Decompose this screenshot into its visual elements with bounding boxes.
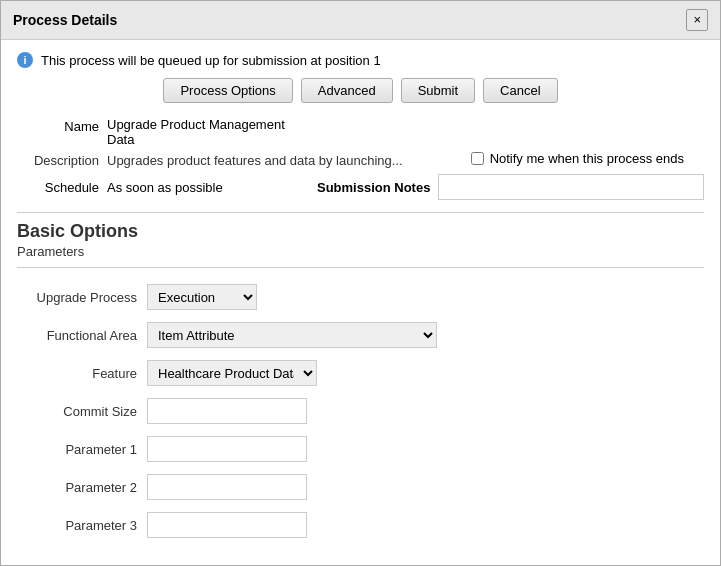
dialog-title: Process Details xyxy=(13,12,117,28)
parameter2-input[interactable] xyxy=(147,474,307,500)
commit-size-label: Commit Size xyxy=(17,404,137,419)
feature-label: Feature xyxy=(17,366,137,381)
schedule-value: As soon as possible xyxy=(107,180,223,195)
parameter2-row: Parameter 2 xyxy=(17,474,704,500)
upgrade-process-row: Upgrade Process Execution xyxy=(17,284,704,310)
cancel-button[interactable]: Cancel xyxy=(483,78,557,103)
submission-notes-input[interactable] xyxy=(438,174,704,200)
functional-area-row: Functional Area Item Attribute xyxy=(17,322,704,348)
schedule-row: Schedule As soon as possible Submission … xyxy=(17,174,704,200)
feature-row: Feature Healthcare Product Data xyxy=(17,360,704,386)
parameters-label: Parameters xyxy=(17,244,704,259)
schedule-label: Schedule xyxy=(17,180,99,195)
functional-area-select[interactable]: Item Attribute xyxy=(147,322,437,348)
parameter2-label: Parameter 2 xyxy=(17,480,137,495)
dialog-header: Process Details × xyxy=(1,1,720,40)
submit-button[interactable]: Submit xyxy=(401,78,475,103)
close-button[interactable]: × xyxy=(686,9,708,31)
parameter3-label: Parameter 3 xyxy=(17,518,137,533)
feature-select[interactable]: Healthcare Product Data xyxy=(147,360,317,386)
process-details-dialog: Process Details × i This process will be… xyxy=(0,0,721,566)
divider2 xyxy=(17,267,704,268)
parameter3-row: Parameter 3 xyxy=(17,512,704,538)
name-label: Name xyxy=(64,119,99,134)
parameter3-input[interactable] xyxy=(147,512,307,538)
description-row: Description Upgrades product features an… xyxy=(17,151,704,168)
submission-notes-label: Submission Notes xyxy=(317,180,430,195)
toolbar: Process Options Advanced Submit Cancel xyxy=(17,78,704,103)
functional-area-label: Functional Area xyxy=(17,328,137,343)
params-area: Upgrade Process Execution Functional Are… xyxy=(17,276,704,538)
basic-options-title: Basic Options xyxy=(17,221,704,242)
description-label: Description xyxy=(17,151,99,168)
notify-checkbox[interactable] xyxy=(471,152,484,165)
info-message: This process will be queued up for submi… xyxy=(41,53,381,68)
advanced-button[interactable]: Advanced xyxy=(301,78,393,103)
divider xyxy=(17,212,704,213)
parameter1-label: Parameter 1 xyxy=(17,442,137,457)
parameter1-row: Parameter 1 No xyxy=(17,436,704,462)
notify-label: Notify me when this process ends xyxy=(490,151,684,166)
upgrade-process-label: Upgrade Process xyxy=(17,290,137,305)
name-value: Upgrade Product Management Data xyxy=(107,117,285,147)
commit-size-row: Commit Size xyxy=(17,398,704,424)
parameter1-input[interactable]: No xyxy=(147,436,307,462)
info-bar: i This process will be queued up for sub… xyxy=(17,52,704,68)
description-value: Upgrades product features and data by la… xyxy=(107,153,403,168)
dialog-body: i This process will be queued up for sub… xyxy=(1,40,720,562)
info-icon: i xyxy=(17,52,33,68)
process-options-button[interactable]: Process Options xyxy=(163,78,292,103)
upgrade-process-select[interactable]: Execution xyxy=(147,284,257,310)
commit-size-input[interactable] xyxy=(147,398,307,424)
